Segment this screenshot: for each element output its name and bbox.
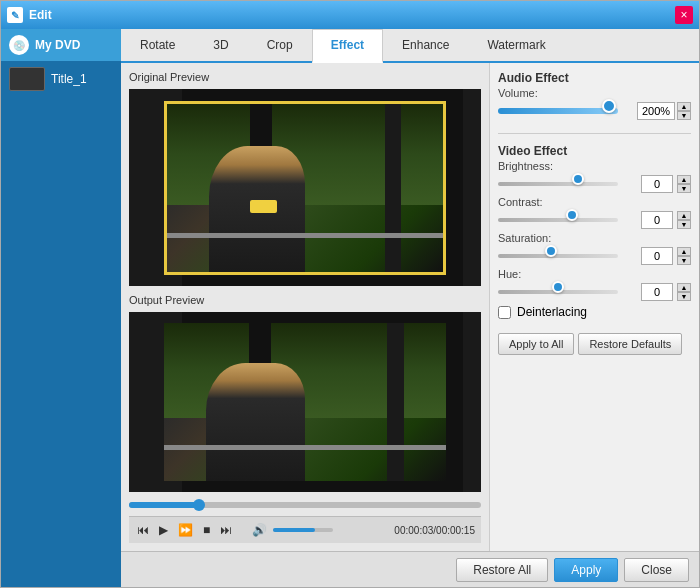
original-preview-label: Original Preview: [129, 71, 481, 83]
contrast-slider-thumb[interactable]: [566, 209, 578, 221]
video-effect-title: Video Effect: [498, 144, 691, 158]
output-preview-box: [129, 312, 481, 492]
hue-slider-container[interactable]: [498, 285, 633, 299]
go-start-button[interactable]: ⏮: [135, 521, 151, 539]
volume-slider-container[interactable]: [498, 103, 629, 119]
saturation-value-input[interactable]: [641, 247, 673, 265]
saturation-spin-up[interactable]: ▲: [677, 247, 691, 256]
apply-button[interactable]: Apply: [554, 558, 618, 582]
deinterlacing-label: Deinterlacing: [517, 305, 587, 319]
film-right-out: [463, 312, 481, 492]
hue-spin-up[interactable]: ▲: [677, 283, 691, 292]
restore-all-button[interactable]: Restore All: [456, 558, 548, 582]
right-panel: Audio Effect Volume: 200%: [489, 63, 699, 551]
brightness-slider-track: [498, 182, 618, 186]
sidebar-item-title[interactable]: Title_1: [1, 61, 121, 97]
tab-3d[interactable]: 3D: [194, 29, 247, 61]
window-title: Edit: [29, 8, 52, 22]
deinterlacing-row: Deinterlacing: [498, 305, 691, 319]
hue-slider-thumb[interactable]: [552, 281, 564, 293]
close-button[interactable]: Close: [624, 558, 689, 582]
restore-defaults-button[interactable]: Restore Defaults: [578, 333, 682, 355]
stop-button[interactable]: ■: [201, 521, 212, 539]
bottom-bar: Restore All Apply Close: [121, 551, 699, 587]
brightness-value-input[interactable]: [641, 175, 673, 193]
volume-spin-up[interactable]: ▲: [677, 102, 691, 111]
left-sidebar: 💿 My DVD Title_1: [1, 29, 121, 587]
saturation-slider-track: [498, 254, 618, 258]
saturation-slider-container[interactable]: [498, 249, 633, 263]
contrast-value-input[interactable]: [641, 211, 673, 229]
sidebar-item-label: Title_1: [51, 72, 87, 86]
hue-slider-row: ▲ ▼: [498, 283, 691, 301]
contrast-spin-up[interactable]: ▲: [677, 211, 691, 220]
volume-spin-down[interactable]: ▼: [677, 111, 691, 120]
contrast-spin-buttons: ▲ ▼: [677, 211, 691, 229]
volume-icon: 🔊: [252, 523, 267, 537]
brightness-spin-up[interactable]: ▲: [677, 175, 691, 184]
hue-label: Hue:: [498, 268, 568, 280]
hue-spin-down[interactable]: ▼: [677, 292, 691, 301]
film-frame-original: [129, 89, 481, 286]
title-bar-left: ✎ Edit: [7, 7, 52, 23]
progress-bar-container[interactable]: [129, 502, 481, 508]
person-output: [206, 363, 305, 481]
divider1: [498, 133, 691, 134]
volume-row: Volume:: [498, 87, 691, 99]
original-preview-box: [129, 89, 481, 286]
tab-bar: Rotate 3D Crop Effect Enhance Watermark: [121, 29, 699, 63]
tab-watermark[interactable]: Watermark: [468, 29, 564, 61]
brightness-spin-down[interactable]: ▼: [677, 184, 691, 193]
railing-out: [164, 445, 446, 450]
effect-action-buttons: Apply to All Restore Defaults: [498, 333, 691, 355]
saturation-label: Saturation:: [498, 232, 568, 244]
contrast-spin-down[interactable]: ▼: [677, 220, 691, 229]
hue-value-input[interactable]: [641, 283, 673, 301]
contrast-label: Contrast:: [498, 196, 568, 208]
film-frame-output: [129, 312, 481, 492]
fast-forward-button[interactable]: ⏩: [176, 521, 195, 539]
saturation-spin-buttons: ▲ ▼: [677, 247, 691, 265]
contrast-label-row: Contrast:: [498, 196, 691, 208]
contrast-slider-container[interactable]: [498, 213, 633, 227]
brightness-label-row: Brightness:: [498, 160, 691, 172]
content-area: Original Preview: [121, 63, 699, 551]
volume-bar[interactable]: [273, 528, 333, 532]
go-end-button[interactable]: ⏭: [218, 521, 234, 539]
volume-value-input[interactable]: 200%: [637, 102, 675, 120]
brightness-spin-buttons: ▲ ▼: [677, 175, 691, 193]
tab-enhance[interactable]: Enhance: [383, 29, 468, 61]
volume-spin-buttons: ▲ ▼: [677, 102, 691, 120]
volume-slider-track: [498, 108, 618, 114]
brightness-slider-container[interactable]: [498, 177, 633, 191]
tab-rotate[interactable]: Rotate: [121, 29, 194, 61]
tab-crop[interactable]: Crop: [248, 29, 312, 61]
tab-effect[interactable]: Effect: [312, 29, 383, 63]
close-window-button[interactable]: ×: [675, 6, 693, 24]
progress-area: [129, 496, 481, 512]
saturation-spin-down[interactable]: ▼: [677, 256, 691, 265]
contrast-slider-row: ▲ ▼: [498, 211, 691, 229]
apply-to-all-button[interactable]: Apply to All: [498, 333, 574, 355]
time-display: 00:00:03/00:00:15: [394, 525, 475, 536]
sidebar-thumb: [9, 67, 45, 91]
hue-spin-buttons: ▲ ▼: [677, 283, 691, 301]
video-effect-section: Video Effect Brightness:: [498, 144, 691, 319]
playback-controls: ⏮ ▶ ⏩ ■ ⏭ 🔊 00:00:03/00:00:15: [129, 516, 481, 543]
volume-label: Volume:: [498, 87, 568, 99]
layout-body: 💿 My DVD Title_1 Rotate 3D Crop Effect E…: [1, 29, 699, 587]
deinterlacing-checkbox[interactable]: [498, 306, 511, 319]
sidebar-header: 💿 My DVD: [1, 29, 121, 61]
volume-slider-thumb[interactable]: [602, 99, 616, 113]
saturation-slider-row: ▲ ▼: [498, 247, 691, 265]
pole2-out: [387, 323, 404, 481]
sidebar-header-icon: 💿: [9, 35, 29, 55]
audio-effect-section: Audio Effect Volume: 200%: [498, 71, 691, 123]
preview-area: Original Preview: [121, 63, 489, 551]
sidebar-header-label: My DVD: [35, 38, 80, 52]
film-right: [463, 89, 481, 286]
app-icon: ✎: [7, 7, 23, 23]
progress-thumb[interactable]: [193, 499, 205, 511]
contrast-slider-track: [498, 218, 618, 222]
play-button[interactable]: ▶: [157, 521, 170, 539]
